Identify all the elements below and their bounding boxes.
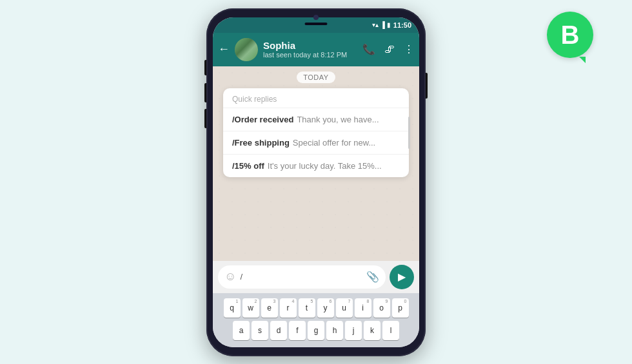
quick-reply-item-2[interactable]: /Free shipping Special offer for new... [223,131,409,154]
volume-down-button [204,109,206,128]
quick-replies-wrapper: Quick replies /Order received Thank you,… [213,88,419,177]
key-number-i: 8 [367,299,370,303]
phone-camera [313,15,319,20]
chat-header: ← Sophia last seen today at 8:12 PM 📞 🖇 … [213,33,419,66]
today-badge: TODAY [297,72,335,83]
quick-reply-preview-1: Thank you, we have... [297,115,379,124]
message-input[interactable]: / [240,272,362,282]
key-j[interactable]: j [345,321,362,340]
key-number-t: 5 [311,299,313,303]
send-button[interactable]: ▶ [390,265,414,289]
key-q[interactable]: 1q [224,298,241,318]
phone-shell: ▾▴ ▐ ▮ 11:50 ← Sophia last seen today at… [206,8,426,356]
phone-speaker [305,23,328,25]
wa-business-logo: B [547,12,593,58]
quick-reply-item-1[interactable]: /Order received Thank you, we have... [223,108,409,131]
quick-reply-preview-3: It's your lucky day. Take 15%... [268,161,382,171]
contact-name: Sophia [263,40,357,51]
phone-screen: ▾▴ ▐ ▮ 11:50 ← Sophia last seen today at… [213,17,419,347]
scroll-indicator [408,117,409,149]
key-s[interactable]: s [252,321,268,340]
key-o[interactable]: 9o [373,298,390,318]
keyboard-row-2: a s d f g h j k l [215,321,417,340]
attach-button[interactable]: 📎 [366,271,379,283]
key-p[interactable]: 0p [392,298,409,318]
emoji-button[interactable]: ☺ [224,270,236,283]
key-number-u: 7 [348,299,351,303]
key-h[interactable]: h [326,321,343,340]
key-k[interactable]: k [364,321,380,340]
key-a[interactable]: a [233,321,250,340]
key-number-w: 2 [255,299,257,303]
key-number-r: 4 [292,299,295,303]
keyboard-row-1: 1q 2w 3e 4r 5t 6y 7u 8i 9o 0p [215,298,417,318]
quick-reply-preview-2: Special offer for new... [293,138,375,148]
back-button[interactable]: ← [218,43,230,56]
key-number-o: 9 [386,299,388,303]
key-g[interactable]: g [308,321,324,340]
key-l[interactable]: l [382,321,399,340]
key-w[interactable]: 2w [242,298,259,318]
silent-button [204,60,206,75]
header-icons: 📞 🖇 ⋮ [362,43,414,55]
phone-device: ▾▴ ▐ ▮ 11:50 ← Sophia last seen today at… [206,8,426,356]
key-y[interactable]: 6y [317,298,334,318]
key-u[interactable]: 7u [336,298,353,318]
volume-up-button [204,83,206,102]
attach-header-icon[interactable]: 🖇 [384,44,395,55]
more-options-icon[interactable]: ⋮ [404,43,414,55]
contact-status: last seen today at 8:12 PM [263,51,357,59]
battery-icon: ▮ [387,21,391,28]
key-f[interactable]: f [289,321,306,340]
quick-reply-shortcut-3: /15% off [232,161,264,171]
contact-avatar [235,38,258,61]
quick-replies-panel: Quick replies /Order received Thank you,… [223,88,409,177]
keyboard: 1q 2w 3e 4r 5t 6y 7u 8i 9o 0p a s d f g [213,293,419,347]
key-r[interactable]: 4r [280,298,297,318]
quick-replies-header: Quick replies [223,88,409,108]
wa-b-letter: B [561,21,580,50]
key-e[interactable]: 3e [261,298,278,318]
key-t[interactable]: 5t [299,298,315,318]
quick-reply-item-3[interactable]: /15% off It's your lucky day. Take 15%..… [223,154,409,177]
power-button [426,73,428,99]
input-bar: ☺ / 📎 ▶ [213,261,419,293]
key-number-y: 6 [330,299,332,303]
send-icon: ▶ [398,271,406,283]
key-number-p: 0 [404,299,407,303]
phone-call-icon[interactable]: 📞 [362,43,375,55]
chat-body: TODAY Quick replies /Order received Than… [213,66,419,261]
signal-icon: ▐ [380,21,385,28]
key-number-q: 1 [236,299,239,303]
wifi-icon: ▾▴ [372,21,379,28]
status-time: 11:50 [393,21,411,29]
input-field-wrap: ☺ / 📎 [218,265,386,289]
key-i[interactable]: 8i [355,298,371,318]
key-d[interactable]: d [270,321,287,340]
contact-info: Sophia last seen today at 8:12 PM [263,40,357,59]
key-number-e: 3 [273,299,276,303]
quick-reply-shortcut-2: /Free shipping [232,138,290,148]
quick-reply-shortcut-1: /Order received [232,115,293,124]
avatar-image [235,38,258,61]
status-icons: ▾▴ ▐ ▮ [372,21,391,28]
